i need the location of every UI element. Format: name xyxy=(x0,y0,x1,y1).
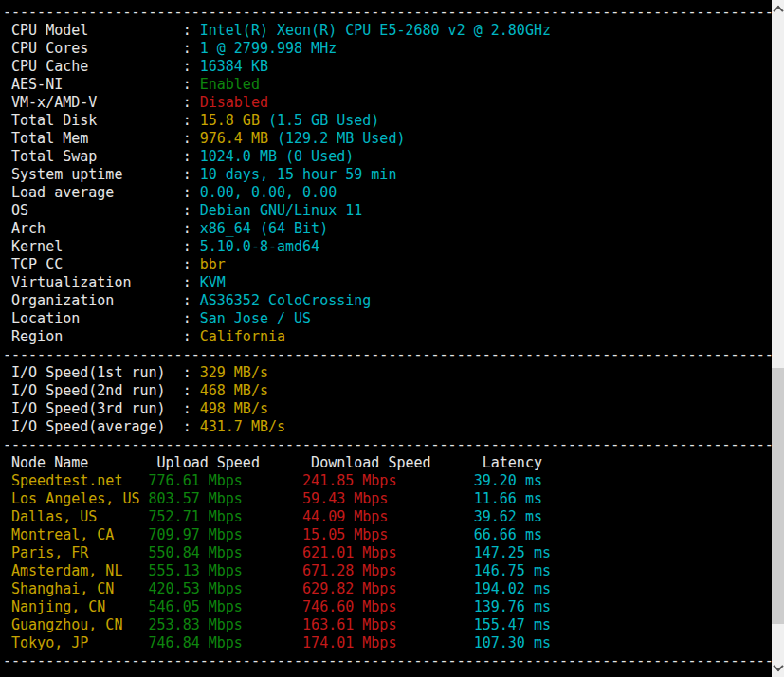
terminal-text: 5.10.0-8-amd64 xyxy=(200,238,319,255)
terminal-text: ----------------------------------------… xyxy=(3,652,772,669)
terminal-text: 15.05 Mbps xyxy=(302,526,474,543)
scrollbar[interactable] xyxy=(772,0,784,677)
info-line: System uptime : 10 days, 15 hour 59 min xyxy=(3,166,772,184)
info-line: AES-NI : Enabled xyxy=(3,76,772,94)
terminal-text: I/O Speed(2nd run) : xyxy=(3,382,200,399)
terminal-text: 550.84 Mbps xyxy=(149,544,303,561)
terminal-text: TCP CC : xyxy=(3,256,200,273)
terminal-text: California xyxy=(200,328,285,345)
terminal-text: 39.20 ms xyxy=(474,472,542,489)
terminal-text: 468 MB/s xyxy=(200,382,268,399)
terminal-text: 329 MB/s xyxy=(200,364,268,381)
speedtest-header: Node Name Upload Speed Download Speed La… xyxy=(3,454,772,472)
terminal-text: 776.61 Mbps xyxy=(149,472,303,489)
speedtest-row: Nanjing, CN 546.05 Mbps 746.60 Mbps 139.… xyxy=(3,598,772,616)
terminal-text: Paris, FR xyxy=(3,544,149,561)
terminal-text: 174.01 Mbps xyxy=(302,634,474,651)
info-line: CPU Cache : 16384 KB xyxy=(3,58,772,76)
terminal-text: 555.13 Mbps xyxy=(149,562,303,579)
info-line: Virtualization : KVM xyxy=(3,274,772,292)
terminal-text: 11.66 ms xyxy=(474,490,542,507)
terminal-text: 431.7 MB/s xyxy=(200,418,285,435)
info-line: Total Disk : 15.8 GB (1.5 GB Used) xyxy=(3,112,772,130)
info-line: TCP CC : bbr xyxy=(3,256,772,274)
terminal-text: Arch : xyxy=(3,220,200,237)
terminal-text: Location : xyxy=(3,310,200,327)
terminal-text: 0.00, 0.00, 0.00 xyxy=(200,184,337,201)
scroll-down-button[interactable] xyxy=(772,660,784,675)
speedtest-row: Guangzhou, CN 253.83 Mbps 163.61 Mbps 15… xyxy=(3,616,772,634)
terminal-text: 976.4 MB xyxy=(200,130,277,147)
terminal-text: 546.05 Mbps xyxy=(149,598,303,615)
terminal-text: I/O Speed(1st run) : xyxy=(3,364,200,381)
terminal-text: 498 MB/s xyxy=(200,400,268,417)
info-line: CPU Model : Intel(R) Xeon(R) CPU E5-2680… xyxy=(3,22,772,40)
terminal-text: 629.82 Mbps xyxy=(302,580,474,597)
info-line: Location : San Jose / US xyxy=(3,310,772,328)
terminal-text: 253.83 Mbps xyxy=(149,616,303,633)
terminal-text: CPU Model : xyxy=(3,22,200,39)
speedtest-row: Montreal, CA 709.97 Mbps 15.05 Mbps 66.6… xyxy=(3,526,772,544)
speedtest-row: Amsterdam, NL 555.13 Mbps 671.28 Mbps 14… xyxy=(3,562,772,580)
terminal-text: Load average : xyxy=(3,184,200,201)
info-line: CPU Cores : 1 @ 2799.998 MHz xyxy=(3,40,772,58)
io-line: I/O Speed(1st run) : 329 MB/s xyxy=(3,364,772,382)
terminal-text: Intel(R) Xeon(R) CPU E5-2680 v2 @ 2.80GH… xyxy=(200,22,551,39)
terminal-text: ----------------------------------------… xyxy=(3,346,772,363)
io-line: I/O Speed(average) : 431.7 MB/s xyxy=(3,418,772,436)
separator-line: ----------------------------------------… xyxy=(3,436,772,454)
terminal-text: 139.76 ms xyxy=(474,598,551,615)
separator-line: ----------------------------------------… xyxy=(3,4,772,22)
terminal-text: bbr xyxy=(200,256,226,273)
terminal-text: I/O Speed(3rd run) : xyxy=(3,400,200,417)
info-line: VM-x/AMD-V : Disabled xyxy=(3,94,772,112)
terminal-text: OS : xyxy=(3,202,200,219)
terminal-text: Total Disk : xyxy=(3,112,200,129)
io-line: I/O Speed(3rd run) : 498 MB/s xyxy=(3,400,772,418)
terminal-text: 1 @ 2799.998 MHz xyxy=(200,40,337,57)
chevron-down-icon xyxy=(773,661,783,671)
terminal-text: 163.61 Mbps xyxy=(302,616,474,633)
terminal-text: ----------------------------------------… xyxy=(3,436,772,453)
speedtest-row: Dallas, US 752.71 Mbps 44.09 Mbps 39.62 … xyxy=(3,508,772,526)
terminal-text: 194.02 ms xyxy=(474,580,551,597)
terminal-text: 746.60 Mbps xyxy=(302,598,474,615)
terminal-text: x86_64 (64 Bit) xyxy=(200,220,328,237)
terminal-text: 752.71 Mbps xyxy=(149,508,303,525)
terminal-text: 107.30 ms xyxy=(474,634,551,651)
terminal-text: 147.25 ms xyxy=(474,544,551,561)
terminal-text: Total Mem : xyxy=(3,130,200,147)
info-line: Arch : x86_64 (64 Bit) xyxy=(3,220,772,238)
info-line: Total Mem : 976.4 MB (129.2 MB Used) xyxy=(3,130,772,148)
scroll-up-button[interactable] xyxy=(772,2,784,17)
scrollbar-thumb[interactable] xyxy=(772,368,784,624)
speedtest-row: Shanghai, CN 420.53 Mbps 629.82 Mbps 194… xyxy=(3,580,772,598)
terminal-text: 709.97 Mbps xyxy=(149,526,303,543)
terminal-text: Node Name Upload Speed Download Speed La… xyxy=(3,454,542,471)
info-line: Load average : 0.00, 0.00, 0.00 xyxy=(3,184,772,202)
terminal-text: KVM xyxy=(200,274,226,291)
terminal-text: AS36352 ColoCrossing xyxy=(200,292,372,309)
terminal-text: 803.57 Mbps xyxy=(149,490,303,507)
separator-line: ----------------------------------------… xyxy=(3,652,772,670)
info-line: Kernel : 5.10.0-8-amd64 xyxy=(3,238,772,256)
terminal-text: Enabled xyxy=(200,76,260,93)
terminal-text: 241.85 Mbps xyxy=(302,472,474,489)
terminal-text: Debian GNU/Linux 11 xyxy=(200,202,363,219)
terminal-text: (129.2 MB Used) xyxy=(277,130,405,147)
info-line: Region : California xyxy=(3,328,772,346)
terminal-text: 671.28 Mbps xyxy=(302,562,474,579)
info-line: Total Swap : 1024.0 MB (0 Used) xyxy=(3,148,772,166)
terminal-text: 155.47 ms xyxy=(474,616,551,633)
terminal-text: 146.75 ms xyxy=(474,562,551,579)
terminal-text: CPU Cores : xyxy=(3,40,200,57)
terminal-text: VM-x/AMD-V : xyxy=(3,94,200,111)
speedtest-row: Speedtest.net 776.61 Mbps 241.85 Mbps 39… xyxy=(3,472,772,490)
terminal-text: I/O Speed(average) : xyxy=(3,418,200,435)
speedtest-row: Tokyo, JP 746.84 Mbps 174.01 Mbps 107.30… xyxy=(3,634,772,652)
terminal-text: Los Angeles, US xyxy=(3,490,149,507)
terminal-text: System uptime : xyxy=(3,166,200,183)
speedtest-row: Los Angeles, US 803.57 Mbps 59.43 Mbps 1… xyxy=(3,490,772,508)
terminal-text: 1024.0 MB (0 Used) xyxy=(200,148,355,165)
terminal-text: Amsterdam, NL xyxy=(3,562,149,579)
